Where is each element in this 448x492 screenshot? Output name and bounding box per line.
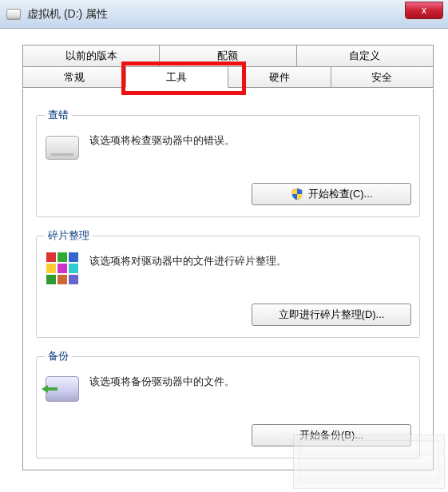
check-now-label: 开始检查(C)... [308, 187, 373, 201]
close-icon: x [422, 5, 426, 16]
tab-row-back: 以前的版本 配额 自定义 [22, 45, 434, 66]
tools-panel: 查错 该选项将检查驱动器中的错误。 [22, 89, 434, 470]
defrag-legend: 碎片整理 [45, 228, 93, 243]
titlebar: 虚拟机 (D:) 属性 x [0, 0, 448, 29]
close-button[interactable]: x [405, 2, 443, 19]
window-title: 虚拟机 (D:) 属性 [27, 7, 108, 22]
tab-previous-versions[interactable]: 以前的版本 [22, 45, 160, 66]
error-checking-group: 查错 该选项将检查驱动器中的错误。 [36, 108, 420, 217]
uac-shield-icon [291, 188, 303, 200]
tab-general[interactable]: 常规 [22, 66, 126, 88]
defrag-now-button[interactable]: 立即进行碎片整理(D)... [252, 304, 411, 326]
tab-hardware[interactable]: 硬件 [228, 66, 331, 88]
tab-customize[interactable]: 自定义 [296, 45, 434, 66]
backup-icon [45, 371, 80, 407]
disk-check-icon [45, 130, 80, 165]
defrag-group: 碎片整理 该选项将对驱动器中的文件进行碎片整理。 立即进行碎片整理(D)... [36, 228, 420, 338]
content-area: 以前的版本 配额 自定义 常规 工具 硬件 安全 查错 该选项将检查驱动器中的错… [8, 38, 448, 492]
drive-icon [6, 9, 21, 20]
tab-security[interactable]: 安全 [331, 66, 434, 88]
error-checking-legend: 查错 [45, 108, 72, 122]
tab-tools[interactable]: 工具 [125, 66, 229, 88]
check-now-button[interactable]: 开始检查(C)... [252, 183, 411, 205]
properties-window: 虚拟机 (D:) 属性 x 以前的版本 配额 自定义 常规 工具 硬件 安全 查… [0, 0, 448, 492]
defrag-text: 该选项将对驱动器中的文件进行碎片整理。 [89, 251, 287, 268]
tab-strip: 以前的版本 配额 自定义 常规 工具 硬件 安全 [22, 45, 434, 89]
tab-quota[interactable]: 配额 [159, 45, 296, 66]
defrag-now-label: 立即进行碎片整理(D)... [279, 308, 385, 322]
backup-legend: 备份 [45, 349, 72, 363]
tab-row-front: 常规 工具 硬件 安全 [22, 66, 434, 88]
error-checking-text: 该选项将检查驱动器中的错误。 [89, 130, 235, 148]
watermark-overlay [293, 434, 445, 489]
defrag-icon [45, 251, 80, 286]
backup-text: 该选项将备份驱动器中的文件。 [89, 371, 235, 389]
